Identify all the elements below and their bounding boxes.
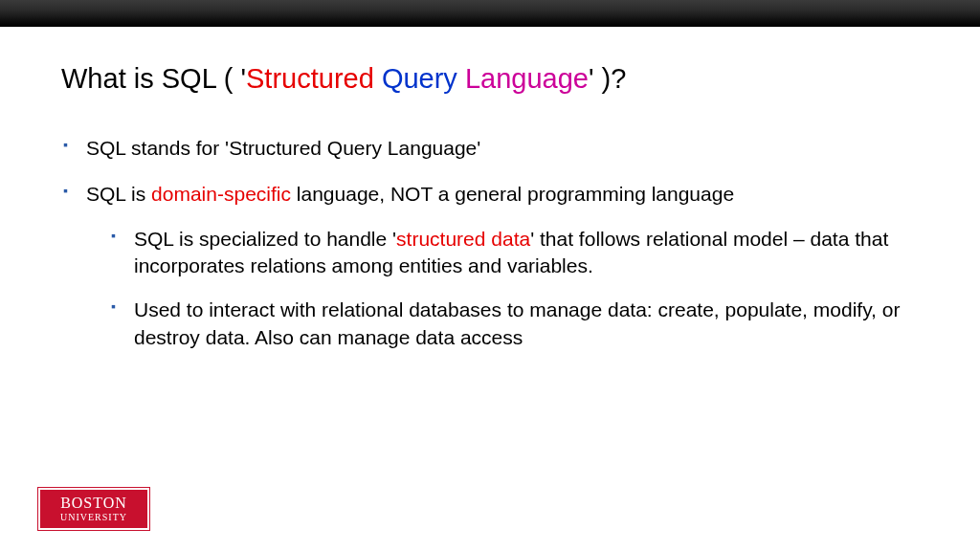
bullet-2: SQL is domain-specific language, NOT a g… [61,181,919,351]
bullet-1: SQL stands for 'Structured Query Languag… [61,135,919,162]
title-word-query: Query [382,63,457,94]
bullet-2-highlight: domain-specific [151,183,291,205]
sub-bullet-2-text: Used to interact with relational databas… [134,298,900,347]
slide-title: What is SQL ( 'Structured Query Language… [61,63,919,95]
sub-bullet-1-pre: SQL is specialized to handle ' [134,228,396,250]
sub-bullet-list: SQL is specialized to handle 'structured… [86,226,919,351]
bullet-2-post: language, NOT a general programming lang… [291,183,734,205]
title-word-language: Language [465,63,589,94]
sub-bullet-2: Used to interact with relational databas… [109,297,919,351]
sub-bullet-1-highlight: structured data [396,228,530,250]
title-suffix: )? [594,63,627,94]
boston-university-logo: BOSTON UNIVERSITY [38,488,149,530]
title-word-structured: Structured [246,63,374,94]
bullet-2-pre: SQL is [86,183,151,205]
slide-body: What is SQL ( 'Structured Query Language… [0,27,980,351]
bullet-list: SQL stands for 'Structured Query Languag… [61,135,919,351]
logo-line-2: UNIVERSITY [60,513,127,522]
title-prefix: What is SQL ( [61,63,240,94]
logo-line-1: BOSTON [60,496,127,511]
bullet-1-text: SQL stands for 'Structured Query Languag… [86,137,480,159]
sub-bullet-1: SQL is specialized to handle 'structured… [109,226,919,280]
top-bar [0,0,980,27]
